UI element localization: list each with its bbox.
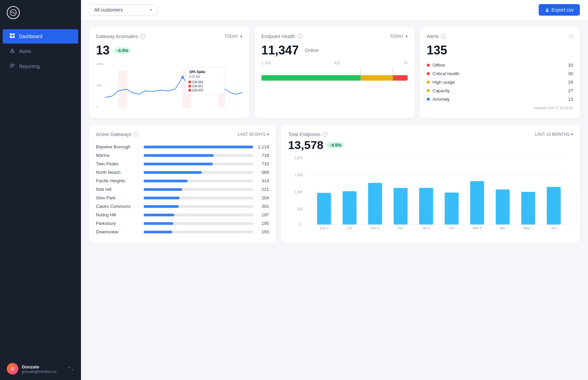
- alert-dot-capacity: [427, 89, 430, 92]
- alert-label: High usage: [427, 80, 455, 85]
- health-seg-green: [261, 75, 361, 81]
- svg-rect-20: [189, 85, 191, 87]
- alerts-info-icon[interactable]: i: [441, 34, 446, 39]
- endpoint-health-period[interactable]: TODAY ▾: [390, 34, 408, 39]
- active-gateways-info-icon[interactable]: i: [133, 132, 138, 137]
- gw-bar-bg: [144, 231, 253, 233]
- gw-bar-bg: [144, 146, 253, 148]
- active-gateways-period[interactable]: LAST 30 DAYS ▾: [238, 132, 269, 137]
- gw-row-value: 589: [257, 170, 269, 175]
- bar-label: Jan 2: [422, 226, 430, 230]
- svg-text:0: 0: [97, 105, 98, 109]
- active-gateways-row: Bayview Borough 1,119: [96, 143, 269, 151]
- alerts-header: Alerts i ⬡: [427, 34, 573, 39]
- gw-row-name: North Beach: [96, 170, 140, 175]
- endpoint-health-title: Endpoint Health i: [261, 34, 302, 39]
- alert-item-capacity: Capacity 27: [427, 86, 573, 95]
- svg-rect-18: [189, 81, 191, 83]
- customer-select[interactable]: All customers ▾: [89, 4, 157, 16]
- bar-rect: [496, 189, 510, 225]
- bar-label: Sep 2: [320, 226, 329, 230]
- bar-label: Feb: [449, 226, 455, 230]
- gw-bar-bg: [144, 197, 253, 199]
- user-chevron-icon[interactable]: ⌃⌄: [67, 366, 74, 371]
- gw-row-value: 193: [257, 229, 269, 234]
- svg-text:500: 500: [297, 207, 303, 211]
- alerts-total: 135: [427, 43, 573, 57]
- sidebar-item-reporting[interactable]: Reporting: [3, 59, 78, 73]
- alerts-list: Offline 33 Critical health 30: [427, 61, 573, 103]
- gw-row-name: Marina: [96, 153, 140, 158]
- sidebar-item-alerts-label: Alerts: [19, 49, 31, 54]
- gw-row-value: 718: [257, 153, 269, 158]
- customer-chevron-icon: ▾: [150, 7, 152, 13]
- total-endpoints-period[interactable]: LAST 10 MONTHS ▾: [535, 132, 573, 137]
- total-endpoints-header: Total Endpoints i LAST 10 MONTHS ▾: [288, 132, 573, 137]
- active-gateways-row: Pacific Heights 314: [96, 177, 269, 185]
- active-gateways-row: Castro Commons 201: [96, 202, 269, 211]
- sidebar-item-alerts[interactable]: Alerts: [3, 44, 78, 59]
- sidebar-item-dashboard[interactable]: Dashboard: [3, 29, 78, 44]
- alert-label: Offline: [427, 63, 445, 68]
- gateway-anomalies-count: 13 ↑4.5%: [96, 43, 242, 57]
- alert-dot-critical: [427, 72, 430, 75]
- bar-rect: [419, 188, 433, 225]
- gw-bar-fill: [144, 231, 172, 233]
- alert-label: Critical health: [427, 71, 459, 76]
- gw-bar-fill: [144, 188, 182, 191]
- gw-bar-bg: [144, 163, 253, 165]
- svg-rect-2: [10, 36, 12, 38]
- gateway-anomalies-period[interactable]: TODAY ▾: [225, 34, 242, 39]
- user-info: Gonzalo gonzalo@intuitive.co: [22, 364, 64, 374]
- bar-rect: [394, 188, 408, 225]
- endpoint-health-count: 11,347 Online: [261, 43, 408, 57]
- sidebar-item-reporting-label: Reporting: [19, 64, 40, 69]
- gw-bar-fill: [144, 163, 213, 165]
- bar-label: Apr: [500, 226, 506, 230]
- svg-text:1,500: 1,500: [294, 173, 303, 177]
- active-gateways-row: Parksbury 195: [96, 219, 269, 228]
- bar-label: Mar 3: [473, 226, 482, 230]
- health-markers: 1,318 412 76: [261, 61, 408, 65]
- gateway-anomalies-chart: 100% 50% 0: [96, 60, 242, 111]
- reporting-icon: [10, 63, 15, 70]
- health-seg-yellow: [361, 75, 393, 81]
- alerts-external-link[interactable]: ⬡: [569, 34, 573, 39]
- total-endpoints-count: 13,578 ↑4.5%: [288, 138, 573, 152]
- active-gateways-row: Downsview 193: [96, 228, 269, 236]
- gw-row-name: Glen Park: [96, 195, 140, 200]
- alerts-card: Alerts i ⬡ 135 Offline: [420, 27, 580, 118]
- svg-text:2,000: 2,000: [294, 156, 303, 160]
- topbar: All customers ▾ Export csv: [81, 0, 588, 20]
- active-gateways-row: Nob Hill 211: [96, 185, 269, 194]
- external-link-icon: ⬡: [569, 34, 573, 39]
- sidebar-footer: G Gonzalo gonzalo@intuitive.co ⌃⌄: [0, 357, 81, 380]
- export-csv-button[interactable]: Export csv: [539, 4, 580, 16]
- svg-rect-0: [10, 33, 12, 35]
- period-chevron-icon: ▾: [240, 34, 242, 39]
- total-endpoints-title: Total Endpoints i: [288, 132, 327, 137]
- dashboard: Gateway Anomalies i TODAY ▾ 13 ↑4.5% 10: [81, 20, 588, 250]
- bar-label: Oct: [347, 226, 353, 230]
- gateway-anomalies-info-icon[interactable]: i: [140, 34, 145, 39]
- total-endpoints-info-icon[interactable]: i: [323, 132, 327, 137]
- gw-bar-fill: [144, 222, 173, 225]
- bar-chart-svg: 2,000 1,500 1,000 500 0 Sep 2OctNov 1Dec…: [288, 155, 573, 230]
- gw-bar-bg: [144, 222, 253, 225]
- bar-rect: [547, 187, 561, 225]
- gw-row-value: 204: [257, 195, 269, 200]
- svg-text:GW-601: GW-601: [192, 84, 203, 88]
- gw-row-value: 201: [257, 204, 269, 209]
- alert-dot-anomaly: [427, 98, 430, 101]
- endpoint-health-info-icon[interactable]: i: [297, 34, 302, 39]
- endpoint-health-card: Endpoint Health i TODAY ▾ 11,347 Online …: [255, 27, 414, 118]
- svg-text:GW-459: GW-459: [192, 88, 203, 92]
- svg-rect-6: [10, 67, 13, 67]
- svg-text:100%: 100%: [97, 62, 104, 66]
- svg-rect-1: [13, 33, 15, 35]
- app-logo-icon: [7, 6, 20, 19]
- avatar: G: [7, 363, 18, 375]
- svg-text:GW-894: GW-894: [192, 80, 203, 84]
- bar-rect: [521, 192, 535, 225]
- te-chevron-icon: ▾: [571, 132, 573, 137]
